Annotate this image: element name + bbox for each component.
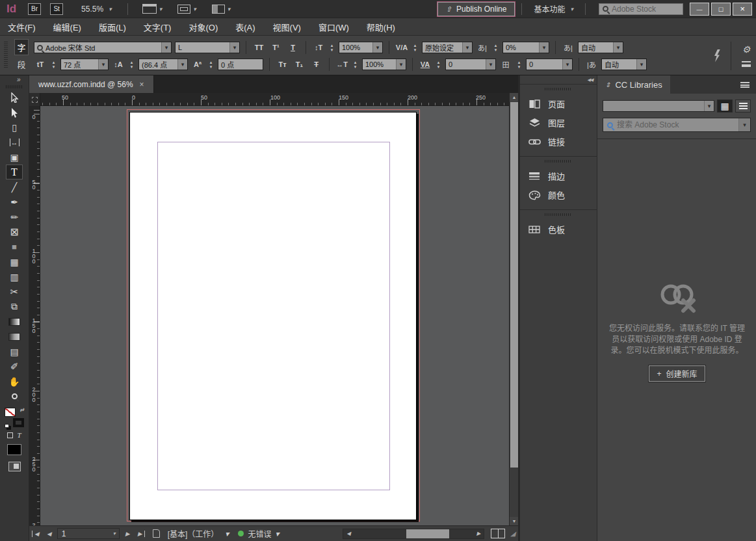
- maximize-button[interactable]: [711, 3, 731, 16]
- scissors-tool[interactable]: [6, 284, 23, 299]
- underline-button[interactable]: [286, 41, 300, 54]
- page-number-select[interactable]: 1: [57, 528, 120, 539]
- page-tool[interactable]: [6, 120, 23, 135]
- horizontal-scrollbar[interactable]: [343, 529, 484, 539]
- split-layout-view-button[interactable]: [491, 529, 505, 538]
- bridge-button[interactable]: Br: [28, 3, 41, 15]
- arrange-documents-button[interactable]: [212, 5, 231, 14]
- stroke-panel-button[interactable]: 描边: [520, 166, 597, 185]
- all-caps-button[interactable]: [252, 41, 266, 54]
- pasteboard[interactable]: [40, 106, 509, 525]
- pages-panel-button[interactable]: 页面: [520, 94, 597, 113]
- chevron-down-icon[interactable]: [738, 118, 750, 131]
- chevron-down-icon[interactable]: [372, 42, 382, 53]
- scroll-left-icon[interactable]: [343, 529, 354, 538]
- scroll-right-icon[interactable]: [473, 529, 484, 538]
- dock-drag-handle[interactable]: [545, 160, 572, 163]
- ruler-origin[interactable]: [29, 93, 40, 106]
- pencil-tool[interactable]: [6, 209, 23, 224]
- menu-table[interactable]: 表(A): [235, 21, 255, 33]
- horizontal-scale-stepper[interactable]: [352, 59, 359, 70]
- menu-edit[interactable]: 编辑(E): [53, 21, 81, 33]
- panel-drag-handle[interactable]: [4, 42, 8, 69]
- hand-tool[interactable]: [6, 374, 23, 389]
- cc-libraries-tab[interactable]: CC Libraries: [597, 75, 670, 94]
- menu-file[interactable]: 文件(F): [8, 21, 36, 33]
- content-collector-tool[interactable]: [6, 150, 23, 165]
- scroll-up-icon[interactable]: [512, 95, 517, 99]
- tracking-field[interactable]: 0: [445, 59, 496, 70]
- chevron-down-icon[interactable]: [613, 42, 623, 53]
- layers-panel-button[interactable]: 图层: [520, 113, 597, 132]
- formatting-affects-text-button[interactable]: T: [17, 431, 21, 439]
- type-tool[interactable]: [6, 165, 23, 179]
- next-page-button[interactable]: [124, 531, 132, 537]
- panel-menu-icon[interactable]: [740, 82, 749, 88]
- chevron-down-icon[interactable]: [396, 59, 406, 70]
- menu-type[interactable]: 文字(T): [144, 21, 172, 33]
- font-style-select[interactable]: L: [175, 42, 240, 53]
- chevron-down-icon[interactable]: [486, 59, 495, 70]
- direct-selection-tool[interactable]: [6, 105, 23, 120]
- cc-search-input[interactable]: [617, 120, 735, 129]
- menu-window[interactable]: 窗口(W): [319, 21, 349, 33]
- vertical-ruler[interactable]: 0 50 100 150 200 250 3: [29, 106, 40, 525]
- chevron-down-icon[interactable]: [98, 59, 108, 70]
- chevron-down-icon[interactable]: [161, 42, 171, 53]
- fill-swatch[interactable]: [5, 408, 16, 417]
- adobe-stock-search-input[interactable]: [612, 5, 668, 14]
- font-size-field[interactable]: 72 点: [60, 59, 109, 70]
- kerning-field[interactable]: 原始设定: [422, 42, 473, 53]
- resize-grip-icon[interactable]: [510, 530, 515, 537]
- horizontal-scale-field[interactable]: 100%: [362, 59, 406, 70]
- adobe-stock-search[interactable]: [599, 3, 683, 15]
- gear-icon[interactable]: [742, 44, 751, 55]
- horizontal-grid-tool[interactable]: [6, 254, 23, 269]
- grid-alignment-field[interactable]: 0: [526, 59, 573, 70]
- vertical-scrollbar-thumb[interactable]: [510, 102, 518, 468]
- tab-close-icon[interactable]: ×: [140, 80, 144, 89]
- grid-option-1-select[interactable]: 自动: [578, 42, 623, 53]
- paragraph-formatting-button[interactable]: 段: [14, 56, 29, 72]
- preflight-status-text[interactable]: 无错误: [248, 528, 271, 539]
- line-tool[interactable]: [6, 179, 23, 194]
- rectangle-frame-tool[interactable]: [6, 224, 23, 239]
- zoom-level-select[interactable]: 55.5%: [81, 5, 112, 14]
- selection-tool[interactable]: [6, 90, 23, 105]
- font-family-select[interactable]: Adobe 宋体 Std: [34, 42, 172, 53]
- panel-menu-icon[interactable]: [742, 61, 751, 67]
- screen-mode-button[interactable]: [8, 462, 21, 471]
- proportional-spacing-stepper[interactable]: [492, 42, 499, 53]
- chevron-down-icon[interactable]: [462, 42, 472, 53]
- previous-page-button[interactable]: [45, 531, 53, 537]
- preview-spreads-button[interactable]: [142, 4, 163, 14]
- proportional-spacing-field[interactable]: 0%: [502, 42, 549, 53]
- rectangle-tool[interactable]: [6, 239, 23, 254]
- formatting-affects-container-button[interactable]: [7, 432, 13, 438]
- chevron-down-icon[interactable]: [704, 101, 714, 111]
- eyedropper-tool[interactable]: [6, 359, 23, 374]
- default-fill-stroke-icon[interactable]: [5, 424, 9, 428]
- vertical-grid-tool[interactable]: [6, 269, 23, 284]
- scroll-down-icon[interactable]: [512, 519, 517, 523]
- swap-fill-stroke-icon[interactable]: [20, 407, 24, 413]
- last-page-button[interactable]: [136, 531, 145, 537]
- grid-view-button[interactable]: [717, 99, 733, 112]
- toolbar-drag-handle[interactable]: [6, 85, 23, 88]
- strikethrough-button[interactable]: [309, 58, 323, 71]
- baseline-shift-stepper[interactable]: [207, 59, 215, 70]
- chevron-down-icon[interactable]: [562, 59, 572, 70]
- chevron-down-icon[interactable]: [275, 529, 279, 538]
- library-select[interactable]: [603, 100, 714, 112]
- color-panel-button[interactable]: 颜色: [520, 185, 597, 204]
- leading-field[interactable]: (86.4 点: [138, 59, 188, 70]
- minimize-button[interactable]: [690, 3, 709, 16]
- menu-layout[interactable]: 版面(L): [99, 21, 126, 33]
- dock-drag-handle[interactable]: [545, 213, 572, 216]
- gradient-feather-tool[interactable]: [6, 329, 23, 344]
- kerning-stepper[interactable]: [411, 42, 419, 53]
- vertical-scale-stepper[interactable]: [328, 42, 335, 53]
- superscript-button[interactable]: [269, 41, 283, 54]
- apply-color-button[interactable]: [7, 444, 21, 455]
- preflight-page-icon[interactable]: [153, 529, 160, 538]
